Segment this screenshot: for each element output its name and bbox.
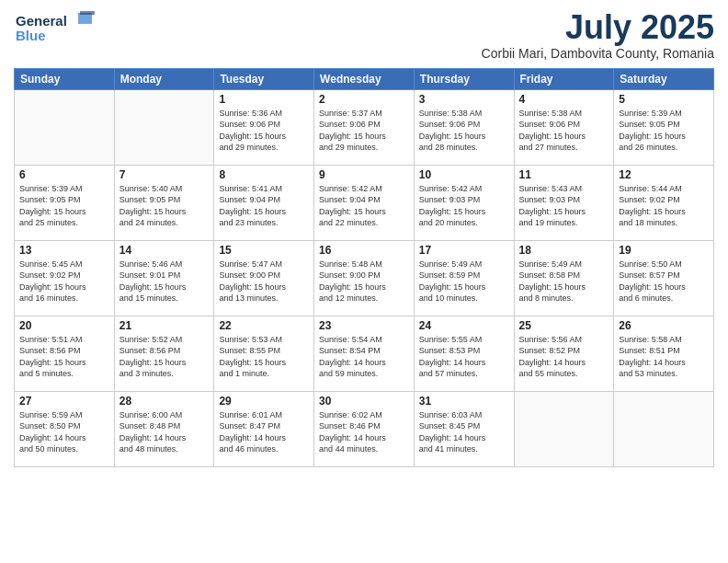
day-info: Sunrise: 5:52 AM Sunset: 8:56 PM Dayligh… [119, 334, 210, 380]
day-info: Sunrise: 5:36 AM Sunset: 9:06 PM Dayligh… [219, 108, 309, 154]
day-number: 19 [619, 244, 709, 257]
day-info: Sunrise: 5:41 AM Sunset: 9:04 PM Dayligh… [219, 183, 309, 229]
day-info: Sunrise: 5:38 AM Sunset: 9:06 PM Dayligh… [519, 108, 609, 154]
day-info: Sunrise: 5:47 AM Sunset: 9:00 PM Dayligh… [219, 259, 309, 304]
day-info: Sunrise: 5:51 AM Sunset: 8:56 PM Dayligh… [19, 334, 109, 380]
day-info: Sunrise: 5:37 AM Sunset: 9:06 PM Dayligh… [319, 108, 409, 154]
weekday-header-tuesday: Tuesday [214, 68, 314, 89]
day-info: Sunrise: 5:45 AM Sunset: 9:02 PM Dayligh… [19, 259, 109, 304]
day-info: Sunrise: 5:59 AM Sunset: 8:50 PM Dayligh… [19, 409, 109, 455]
calendar-cell: 23Sunrise: 5:54 AM Sunset: 8:54 PM Dayli… [314, 316, 415, 391]
calendar-cell: 10Sunrise: 5:42 AM Sunset: 9:03 PM Dayli… [414, 165, 514, 240]
day-number: 21 [119, 319, 210, 332]
title-block: July 2025 Corbii Mari, Dambovita County,… [482, 9, 714, 61]
day-number: 7 [119, 168, 210, 181]
calendar-cell: 24Sunrise: 5:55 AM Sunset: 8:53 PM Dayli… [414, 316, 514, 391]
day-number: 16 [319, 244, 409, 257]
svg-marker-3 [80, 11, 95, 15]
calendar-cell: 16Sunrise: 5:48 AM Sunset: 9:00 PM Dayli… [314, 240, 415, 316]
day-info: Sunrise: 5:39 AM Sunset: 9:05 PM Dayligh… [19, 183, 109, 229]
calendar-table: SundayMondayTuesdayWednesdayThursdayFrid… [14, 68, 714, 467]
calendar-cell [614, 391, 714, 466]
day-info: Sunrise: 5:49 AM Sunset: 8:59 PM Dayligh… [419, 259, 509, 304]
calendar-cell: 5Sunrise: 5:39 AM Sunset: 9:05 PM Daylig… [614, 89, 714, 165]
day-info: Sunrise: 5:48 AM Sunset: 9:00 PM Dayligh… [319, 259, 409, 304]
calendar-cell: 15Sunrise: 5:47 AM Sunset: 9:00 PM Dayli… [214, 240, 314, 316]
day-info: Sunrise: 5:49 AM Sunset: 8:58 PM Dayligh… [519, 259, 609, 304]
weekday-header-thursday: Thursday [414, 68, 514, 89]
day-number: 30 [319, 395, 409, 408]
calendar-cell [114, 89, 214, 165]
day-number: 26 [619, 319, 709, 332]
calendar-cell: 28Sunrise: 6:00 AM Sunset: 8:48 PM Dayli… [114, 391, 214, 466]
day-number: 13 [19, 244, 109, 257]
day-number: 22 [219, 319, 309, 332]
day-info: Sunrise: 5:58 AM Sunset: 8:51 PM Dayligh… [619, 334, 709, 380]
calendar-cell: 25Sunrise: 5:56 AM Sunset: 8:52 PM Dayli… [514, 316, 614, 391]
calendar-cell: 31Sunrise: 6:03 AM Sunset: 8:45 PM Dayli… [414, 391, 514, 466]
day-info: Sunrise: 5:38 AM Sunset: 9:06 PM Dayligh… [419, 108, 509, 154]
calendar-cell: 18Sunrise: 5:49 AM Sunset: 8:58 PM Dayli… [514, 240, 614, 316]
day-info: Sunrise: 6:01 AM Sunset: 8:47 PM Dayligh… [219, 409, 309, 455]
calendar-cell: 14Sunrise: 5:46 AM Sunset: 9:01 PM Dayli… [114, 240, 214, 316]
location: Corbii Mari, Dambovita County, Romania [482, 46, 714, 61]
calendar-cell: 11Sunrise: 5:43 AM Sunset: 9:03 PM Dayli… [514, 165, 614, 240]
calendar-week-row: 6Sunrise: 5:39 AM Sunset: 9:05 PM Daylig… [15, 165, 714, 240]
calendar-week-row: 1Sunrise: 5:36 AM Sunset: 9:06 PM Daylig… [15, 89, 714, 165]
day-number: 24 [419, 319, 509, 332]
day-number: 27 [19, 395, 109, 408]
header: General Blue July 2025 Corbii Mari, Damb… [14, 9, 714, 61]
day-number: 1 [219, 93, 309, 106]
day-info: Sunrise: 5:56 AM Sunset: 8:52 PM Dayligh… [519, 334, 609, 380]
calendar-cell: 8Sunrise: 5:41 AM Sunset: 9:04 PM Daylig… [214, 165, 314, 240]
calendar-cell: 3Sunrise: 5:38 AM Sunset: 9:06 PM Daylig… [414, 89, 514, 165]
weekday-header-row: SundayMondayTuesdayWednesdayThursdayFrid… [15, 68, 714, 89]
day-number: 3 [419, 93, 509, 106]
day-info: Sunrise: 5:42 AM Sunset: 9:03 PM Dayligh… [419, 183, 509, 229]
day-info: Sunrise: 5:43 AM Sunset: 9:03 PM Dayligh… [519, 183, 609, 229]
calendar-cell: 29Sunrise: 6:01 AM Sunset: 8:47 PM Dayli… [214, 391, 314, 466]
day-info: Sunrise: 5:54 AM Sunset: 8:54 PM Dayligh… [319, 334, 409, 380]
day-number: 23 [319, 319, 409, 332]
calendar-week-row: 13Sunrise: 5:45 AM Sunset: 9:02 PM Dayli… [15, 240, 714, 316]
logo-icon: General Blue [14, 9, 97, 48]
day-number: 10 [419, 168, 509, 181]
day-number: 15 [219, 244, 309, 257]
day-number: 14 [119, 244, 210, 257]
calendar-cell: 19Sunrise: 5:50 AM Sunset: 8:57 PM Dayli… [614, 240, 714, 316]
calendar-week-row: 20Sunrise: 5:51 AM Sunset: 8:56 PM Dayli… [15, 316, 714, 391]
day-info: Sunrise: 5:39 AM Sunset: 9:05 PM Dayligh… [619, 108, 709, 154]
logo: General Blue [14, 9, 97, 52]
calendar-cell: 2Sunrise: 5:37 AM Sunset: 9:06 PM Daylig… [314, 89, 415, 165]
weekday-header-saturday: Saturday [614, 68, 714, 89]
day-info: Sunrise: 5:55 AM Sunset: 8:53 PM Dayligh… [419, 334, 509, 380]
day-info: Sunrise: 6:03 AM Sunset: 8:45 PM Dayligh… [419, 409, 509, 455]
day-info: Sunrise: 5:40 AM Sunset: 9:05 PM Dayligh… [119, 183, 210, 229]
weekday-header-friday: Friday [514, 68, 614, 89]
day-info: Sunrise: 6:00 AM Sunset: 8:48 PM Dayligh… [119, 409, 210, 455]
day-info: Sunrise: 6:02 AM Sunset: 8:46 PM Dayligh… [319, 409, 409, 455]
calendar-cell: 13Sunrise: 5:45 AM Sunset: 9:02 PM Dayli… [15, 240, 115, 316]
calendar-cell: 4Sunrise: 5:38 AM Sunset: 9:06 PM Daylig… [514, 89, 614, 165]
calendar-cell: 17Sunrise: 5:49 AM Sunset: 8:59 PM Dayli… [414, 240, 514, 316]
day-info: Sunrise: 5:50 AM Sunset: 8:57 PM Dayligh… [619, 259, 709, 304]
day-number: 2 [319, 93, 409, 106]
calendar-week-row: 27Sunrise: 5:59 AM Sunset: 8:50 PM Dayli… [15, 391, 714, 466]
calendar-cell: 22Sunrise: 5:53 AM Sunset: 8:55 PM Dayli… [214, 316, 314, 391]
month-year: July 2025 [482, 9, 714, 46]
svg-text:Blue: Blue [16, 28, 46, 43]
day-number: 5 [619, 93, 709, 106]
day-number: 9 [319, 168, 409, 181]
calendar-cell: 20Sunrise: 5:51 AM Sunset: 8:56 PM Dayli… [15, 316, 115, 391]
day-number: 18 [519, 244, 609, 257]
day-info: Sunrise: 5:53 AM Sunset: 8:55 PM Dayligh… [219, 334, 309, 380]
page: General Blue July 2025 Corbii Mari, Damb… [0, 0, 728, 563]
day-number: 6 [19, 168, 109, 181]
day-number: 29 [219, 395, 309, 408]
weekday-header-sunday: Sunday [15, 68, 115, 89]
calendar-cell: 30Sunrise: 6:02 AM Sunset: 8:46 PM Dayli… [314, 391, 415, 466]
day-number: 20 [19, 319, 109, 332]
calendar-cell: 1Sunrise: 5:36 AM Sunset: 9:06 PM Daylig… [214, 89, 314, 165]
calendar-cell [514, 391, 614, 466]
day-number: 11 [519, 168, 609, 181]
